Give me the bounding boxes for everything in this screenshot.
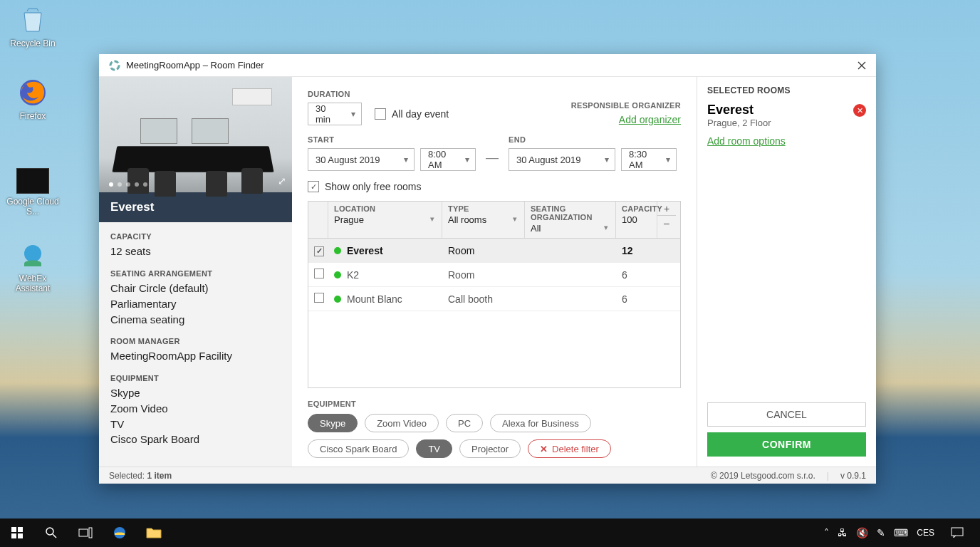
end-label: END: [509, 135, 677, 144]
desktop-icon-google-cloud[interactable]: Google Cloud S...: [6, 165, 60, 217]
remove-room-button[interactable]: ✕: [853, 104, 866, 117]
all-day-checkbox[interactable]: [375, 108, 386, 120]
room-finder-window: MeetingRoomApp – Room Finder ⤢ Everest C…: [99, 54, 876, 484]
col-location-label: LOCATION: [334, 204, 436, 213]
tray-chevron-icon[interactable]: ˄: [824, 527, 829, 538]
time-range-dash: —: [486, 142, 499, 165]
desktop-icon-label: Google Cloud S...: [6, 197, 60, 217]
windows-icon: [11, 527, 23, 538]
svg-rect-4: [18, 527, 23, 532]
row-type: Room: [442, 269, 525, 281]
row-checkbox[interactable]: [314, 269, 324, 278]
start-button[interactable]: [0, 519, 34, 547]
close-icon: [858, 61, 866, 70]
window-title: MeetingRoomApp – Room Finder: [126, 60, 264, 71]
close-button[interactable]: [848, 54, 876, 77]
desktop-icon-webex[interactable]: WebEx Assistant: [6, 239, 60, 293]
taskbar-ie[interactable]: [103, 519, 137, 547]
equipment-pill[interactable]: Cisco Spark Board: [308, 439, 409, 458]
start-time-select[interactable]: 8:00 AM: [420, 148, 476, 171]
equipment-pill[interactable]: Zoom Video: [365, 414, 439, 432]
seating-label: SEATING ARRANGEMENT: [110, 269, 281, 278]
capacity-label: CAPACITY: [110, 232, 281, 241]
row-type: Room: [442, 245, 525, 256]
fullscreen-icon[interactable]: ⤢: [278, 175, 286, 187]
free-rooms-label: Show only free rooms: [325, 181, 421, 192]
desktop-icon-label: WebEx Assistant: [6, 274, 60, 293]
task-view-button[interactable]: [68, 519, 103, 547]
task-view-icon: [78, 527, 93, 538]
type-filter[interactable]: All rooms: [448, 214, 518, 225]
equipment-filter-label: EQUIPMENT: [308, 400, 681, 408]
table-row[interactable]: Mount BlancCall booth6: [308, 287, 680, 311]
row-checkbox[interactable]: [314, 246, 324, 256]
room-photo[interactable]: ⤢: [99, 77, 292, 192]
equipment-value: Zoom Video: [110, 401, 281, 417]
end-time-select[interactable]: 8:30 AM: [621, 148, 677, 171]
col-seating-label: SEATING ORGANIZATION: [531, 204, 610, 222]
status-dot-icon: [334, 271, 341, 278]
tray-volume-muted-icon[interactable]: 🔇: [856, 527, 868, 538]
capacity-minus-button[interactable]: –: [657, 216, 676, 230]
table-row[interactable]: K2Room6: [308, 263, 680, 287]
svg-rect-11: [952, 528, 963, 536]
row-name: Everest: [347, 245, 383, 256]
equipment-value: TV: [110, 417, 281, 432]
capacity-plus-button[interactable]: +: [657, 202, 676, 216]
delete-filter-button[interactable]: ✕Delete filter: [528, 439, 611, 458]
carousel-dots[interactable]: [109, 182, 147, 187]
row-capacity: 6: [616, 269, 657, 281]
equipment-pill[interactable]: Projector: [459, 439, 521, 458]
tray-keyboard-icon[interactable]: ⌨: [894, 527, 908, 538]
equipment-pill[interactable]: Skype: [308, 414, 358, 432]
tray-pen-icon[interactable]: ✎: [877, 527, 885, 538]
app-icon: [109, 60, 120, 71]
recycle-bin-icon: [17, 4, 48, 36]
end-date-select[interactable]: 30 August 2019: [509, 148, 615, 171]
terminal-icon: [16, 168, 49, 194]
taskbar-explorer[interactable]: [137, 519, 171, 547]
confirm-button[interactable]: CONFIRM: [707, 432, 866, 457]
selected-room-name: Everest: [707, 103, 866, 118]
row-name: K2: [347, 269, 359, 281]
capacity-filter[interactable]: 100: [622, 214, 651, 225]
svg-point-7: [46, 528, 53, 535]
col-capacity-label: CAPACITY: [622, 204, 651, 213]
search-button[interactable]: [34, 519, 68, 547]
action-center-button[interactable]: [943, 519, 971, 547]
equipment-pill[interactable]: TV: [416, 439, 452, 458]
selected-rooms-panel: SELECTED ROOMS Everest Prague, 2 Floor ✕…: [697, 77, 876, 467]
equipment-pill[interactable]: Alexa for Business: [490, 414, 591, 432]
row-checkbox[interactable]: [314, 293, 324, 303]
manager-value: MeetingRoomApp Facility: [110, 348, 281, 364]
desktop-icon-firefox[interactable]: Firefox: [6, 77, 60, 121]
start-date-select[interactable]: 30 August 2019: [308, 148, 415, 171]
tray-network-icon[interactable]: 🖧: [838, 527, 848, 538]
svg-point-2: [110, 61, 119, 70]
col-type-label: TYPE: [448, 204, 518, 213]
seating-filter[interactable]: All: [531, 223, 610, 234]
location-filter[interactable]: Prague: [334, 214, 436, 225]
titlebar[interactable]: MeetingRoomApp – Room Finder: [99, 54, 876, 77]
cancel-button[interactable]: CANCEL: [707, 402, 866, 427]
equipment-label: EQUIPMENT: [110, 374, 281, 382]
svg-rect-8: [79, 529, 88, 536]
free-rooms-checkbox[interactable]: [308, 181, 319, 192]
equipment-value: Skype: [110, 385, 281, 401]
taskbar[interactable]: ˄ 🖧 🔇 ✎ ⌨ CES: [0, 519, 980, 547]
equipment-pill[interactable]: PC: [446, 414, 483, 432]
add-room-options-link[interactable]: Add room options: [707, 135, 866, 147]
room-title: Everest: [99, 192, 292, 222]
tray-language[interactable]: CES: [917, 528, 934, 538]
duration-select[interactable]: 30 min: [308, 103, 362, 125]
row-capacity: 6: [616, 293, 657, 305]
main-panel: DURATION 30 min All day event RESPONSIBL…: [292, 77, 697, 467]
add-organizer-link[interactable]: Add organizer: [571, 114, 681, 125]
desktop-icon-recycle-bin[interactable]: Recycle Bin: [6, 4, 60, 48]
duration-label: DURATION: [308, 90, 362, 98]
table-row[interactable]: EverestRoom12: [308, 239, 680, 263]
desktop-icon-label: Recycle Bin: [6, 38, 60, 48]
desktop-icon-label: Firefox: [6, 111, 60, 121]
selected-room-location: Prague, 2 Floor: [707, 118, 866, 128]
status-bar: Selected: 1 item © 2019 Letsgood.com s.r…: [99, 467, 876, 484]
